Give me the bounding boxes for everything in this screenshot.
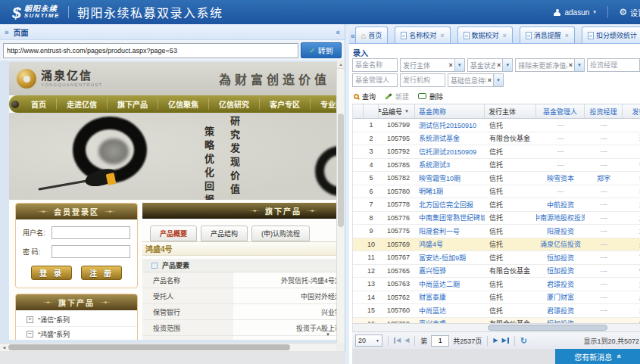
table-row[interactable]: 6 105780 明睹1期 信托 --- --- 山东 [353, 185, 640, 199]
clear-icon[interactable]: × [448, 62, 454, 69]
grid-scroll-thumb[interactable] [488, 325, 607, 331]
row-select-cell[interactable] [353, 291, 364, 304]
fund-name-link[interactable]: 鸿盛4号 [415, 238, 485, 251]
issuing-org-link[interactable]: 恒加 [623, 318, 640, 324]
site-nav-home[interactable]: 首页 [21, 98, 57, 110]
column-fund-manager[interactable]: 基金管理人 [536, 104, 585, 118]
fund-name-link[interactable]: 北方国信完全回报 [415, 198, 485, 211]
row-select-cell[interactable] [353, 159, 364, 172]
tab-name-check[interactable]: 名称校对 × [395, 26, 450, 43]
fund-manager-link[interactable]: 涌泉亿信投资 [536, 238, 585, 251]
column-fund-name[interactable]: 基金简称 [415, 104, 485, 118]
table-row[interactable]: 5 105782 映雪霜雪10期 信托 映雪资本 郑宇 山东 [353, 172, 640, 185]
close-icon[interactable]: × [565, 32, 569, 39]
table-row[interactable]: 12 105765 嘉兴恒骅 有限合伙基金 恒加投资 --- 恒加 [353, 265, 640, 278]
fund-name-link[interactable]: 财富泰康 [415, 291, 485, 304]
next-page-button[interactable]: ▶ [493, 338, 498, 344]
table-row[interactable]: 15 105760 中尚蓝达 信托 君璟投资 --- 渤海 [353, 304, 640, 318]
row-select-cell[interactable] [353, 251, 364, 264]
investment-manager-input[interactable] [587, 58, 640, 72]
search-button[interactable]: 查询 [354, 92, 376, 101]
table-row[interactable]: 4 105785 系统测试3 信托 --- --- 中航 [353, 159, 640, 173]
go-button[interactable]: ✓ 转到 [301, 42, 342, 58]
tree-expand-icon[interactable]: + [27, 316, 33, 323]
chevron-down-icon[interactable]: ▼ [574, 59, 584, 71]
fund-name-link[interactable]: 富安达-恒加9期 [415, 251, 485, 264]
row-select-cell[interactable] [353, 172, 364, 185]
fund-manager-link[interactable]: 君璟投资 [536, 278, 585, 291]
row-select-cell[interactable] [353, 212, 364, 225]
site-nav-products[interactable]: 旗下产品 [108, 98, 158, 110]
tab-product-structure[interactable]: 产品结构 [201, 226, 248, 241]
fund-status-combo[interactable]: 基金状态 × ▼ [467, 58, 514, 72]
site-horizontal-scrollbar[interactable]: ◀ [0, 343, 336, 351]
column-issuer-type[interactable]: 发行主体 [485, 104, 536, 118]
tab-home[interactable]: ⌂ 首页 [355, 26, 389, 43]
scroll-left-icon[interactable]: ◀ [0, 345, 8, 350]
issuing-org-link[interactable]: 山东 [623, 172, 640, 185]
tree-collapse-icon[interactable]: − [27, 331, 33, 338]
row-select-cell[interactable] [353, 119, 364, 132]
fund-manager-link[interactable]: 恒加投资 [536, 265, 585, 278]
row-select-cell[interactable] [353, 145, 364, 158]
issuing-org-link[interactable]: 渤海 [623, 278, 640, 291]
row-select-cell[interactable] [353, 238, 364, 251]
fund-manager-link[interactable]: --- [536, 119, 585, 132]
issuing-org-link[interactable]: 渤海 [623, 304, 640, 317]
tab-scroll-left-icon[interactable]: « [351, 28, 355, 43]
fund-name-link[interactable]: 阳晟套利一号 [415, 225, 485, 238]
fund-manager-link[interactable]: 中航投资 [536, 198, 585, 211]
fund-name-link[interactable]: 系统测试基金 [415, 132, 485, 145]
issuing-org-link[interactable]: --- [623, 145, 640, 158]
table-row[interactable]: 10 105769 鸿盛4号 信托 涌泉亿信投资 --- 外贸 [353, 238, 640, 252]
tab-message-reminder[interactable]: 消息提醒 × [520, 26, 575, 43]
row-select-cell[interactable] [353, 185, 364, 198]
register-button[interactable]: 注 册 [81, 266, 122, 280]
issuing-org-link[interactable]: 外贸 [623, 238, 640, 251]
fund-manager-link[interactable]: 厦门财富 [536, 291, 585, 304]
fund-manager-link[interactable]: --- [536, 185, 585, 198]
scroll-down-icon[interactable]: ▼ [326, 332, 330, 337]
column-investment-manager[interactable]: 投资经理 [585, 104, 623, 118]
fund-name-link[interactable]: 中尚蓝达 [415, 304, 485, 317]
fund-manager-link[interactable]: 恒加投资 [536, 251, 585, 264]
site-nav-research[interactable]: 亿信研究 [209, 98, 260, 110]
table-row[interactable]: 3 105792 信托测试20150909 信托 --- --- --- [353, 145, 640, 159]
issuing-org-link[interactable]: 瑞航 [623, 132, 640, 145]
delete-button[interactable]: 删除 [418, 92, 443, 101]
username-field[interactable] [52, 226, 130, 239]
login-button[interactable]: 登 录 [31, 266, 72, 280]
settings-button[interactable]: ⚙ 设置 [619, 7, 640, 18]
first-page-button[interactable]: ◀ [394, 338, 401, 344]
grid-horizontal-scrollbar[interactable] [353, 323, 640, 331]
issuing-org-link[interactable]: 中航 [623, 159, 640, 172]
issuing-org-input[interactable] [400, 73, 445, 87]
prev-page-button[interactable]: ◀ [404, 338, 409, 344]
issuer-subject-combo[interactable]: 发行主体 × ▼ [400, 58, 465, 72]
tab-product-summary[interactable]: 产品概要 [150, 226, 197, 241]
issuing-org-link[interactable]: --- [623, 119, 640, 132]
table-row[interactable]: 13 105763 中尚蓝达二期 信托 君璟投资 --- 渤海 [353, 278, 640, 291]
table-row[interactable]: 16 105759 嘉兴吉睿 有限合伙基金 恒加投资 --- 恒加 [353, 318, 640, 324]
fund-name-link[interactable]: 嘉兴吉睿 [415, 318, 485, 324]
exclude-nav-combo[interactable]: 排除未更新净值基金 × ▼ [515, 58, 585, 72]
fund-name-link[interactable]: 测试信托20150910 [415, 119, 485, 132]
close-icon[interactable]: × [440, 32, 444, 39]
fund-name-input[interactable] [352, 58, 398, 72]
fund-manager-link[interactable]: 阳晟投资 [536, 225, 585, 238]
chevron-down-icon[interactable]: ▼ [493, 74, 503, 86]
fund-name-link[interactable]: 系统测试3 [415, 159, 485, 172]
column-product-code[interactable]: 产品编号 ▼ [379, 104, 415, 118]
fund-manager-link[interactable]: 君璟投资 [536, 304, 585, 317]
issuing-org-link[interactable]: 爱建 [623, 212, 640, 225]
fund-manager-link[interactable]: --- [536, 145, 585, 158]
fund-name-link[interactable]: 嘉兴恒骅 [415, 265, 485, 278]
clear-icon[interactable]: × [486, 77, 493, 84]
last-page-button[interactable]: ▶ [502, 338, 509, 344]
password-field[interactable] [52, 245, 130, 258]
page-number-input[interactable] [431, 335, 449, 347]
collapse-left-icon[interactable]: « [336, 28, 340, 36]
row-select-cell[interactable] [353, 265, 364, 278]
issuing-org-link[interactable]: 山东 [623, 185, 640, 198]
fund-manager-link[interactable]: 恒加投资 [536, 318, 585, 324]
